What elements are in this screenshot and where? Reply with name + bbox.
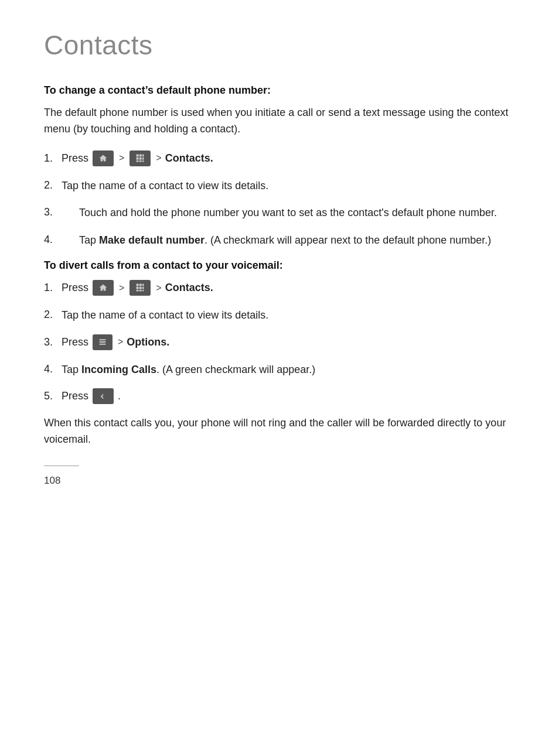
step-content: Tap the name of a contact to view its de… [62, 307, 515, 324]
step-text-dot: . [118, 388, 121, 405]
step-content: Touch and hold the phone number you want… [62, 204, 515, 221]
step-content: Tap Incoming Calls. (A green checkmark w… [62, 361, 515, 378]
step-content: Press > > Contacts. [62, 280, 515, 296]
home-icon-placeholder [91, 280, 115, 296]
step-number: 1. [44, 280, 62, 296]
page-divider [44, 466, 79, 466]
step-number: 3. [44, 334, 62, 351]
home-icon-placeholder [91, 150, 115, 167]
svg-rect-10 [139, 284, 142, 286]
step-text-press: Press [62, 388, 88, 405]
step-content: Press > Options. [62, 334, 515, 351]
step-content: Press . [62, 388, 515, 405]
section2-step3: 3. Press > Options. [44, 334, 515, 351]
step-number: 4. [44, 232, 62, 248]
svg-rect-2 [142, 155, 144, 157]
step-content: Tap the name of a contact to view its de… [62, 177, 515, 194]
section1-step2: 2. Tap the name of a contact to view its… [44, 177, 515, 194]
home-button-icon [93, 150, 114, 166]
svg-rect-14 [142, 287, 144, 289]
svg-rect-6 [137, 160, 139, 162]
back-icon-placeholder [91, 388, 115, 405]
step-text-options: Options. [127, 334, 169, 351]
section2-heading: To divert calls from a contact to your v… [44, 259, 515, 272]
step-text: Tap Incoming Calls. (A green checkmark w… [62, 364, 315, 375]
step-text: Tap the name of a contact to view its de… [62, 309, 268, 321]
step-number: 4. [44, 361, 62, 378]
step-text-contacts: Contacts. [165, 150, 213, 167]
svg-rect-12 [137, 287, 139, 289]
svg-rect-0 [137, 155, 139, 157]
apps-button-icon [129, 150, 151, 166]
apps-button-icon [129, 280, 151, 296]
chevron-icon: > [118, 335, 123, 350]
step-content: Tap Make default number. (A checkmark wi… [62, 232, 515, 249]
step-text-press: Press [62, 280, 88, 296]
svg-rect-8 [142, 160, 144, 162]
svg-rect-1 [139, 155, 142, 157]
svg-rect-13 [139, 287, 142, 289]
step-text: Tap the name of a contact to view its de… [62, 180, 268, 191]
step-number: 5. [44, 388, 62, 405]
menu-icon-placeholder [91, 334, 114, 351]
svg-rect-19 [100, 341, 106, 343]
svg-rect-4 [139, 158, 142, 160]
svg-rect-5 [142, 158, 144, 160]
svg-rect-16 [139, 290, 142, 291]
svg-rect-3 [137, 158, 139, 160]
chevron-icon: > [119, 151, 124, 166]
section1-step1: 1. Press > > Contacts. [44, 150, 515, 167]
page-number: 108 [44, 475, 60, 486]
section2-footer: When this contact calls you, your phone … [44, 415, 515, 448]
section1-step3: 3. Touch and hold the phone number you w… [44, 204, 515, 221]
chevron-icon: > [156, 151, 161, 166]
step-number: 3. [44, 204, 62, 221]
section1-intro: The default phone number is used when yo… [44, 105, 515, 138]
svg-rect-20 [100, 344, 106, 345]
step-number: 1. [44, 150, 62, 167]
svg-rect-18 [100, 339, 106, 340]
back-button-icon [93, 388, 114, 404]
step-text-press: Press [62, 334, 88, 351]
section1-step4: 4. Tap Make default number. (A checkmark… [44, 232, 515, 249]
step-text-contacts: Contacts. [165, 280, 213, 296]
section1-heading: To change a contact’s default phone numb… [44, 84, 515, 97]
section2-step5: 5. Press . [44, 388, 515, 405]
svg-rect-17 [142, 290, 144, 291]
home-button-icon [93, 280, 114, 296]
step-text: Touch and hold the phone number you want… [79, 207, 497, 218]
step-number: 2. [44, 177, 62, 194]
grid-icon-placeholder [128, 150, 152, 167]
step-content: Press > > Contacts. [62, 150, 515, 167]
svg-rect-7 [139, 160, 142, 162]
section2-step2: 2. Tap the name of a contact to view its… [44, 307, 515, 324]
svg-rect-15 [137, 290, 139, 291]
step-text-press: Press [62, 150, 88, 167]
step-number: 2. [44, 307, 62, 323]
section2-step4: 4. Tap Incoming Calls. (A green checkmar… [44, 361, 515, 378]
chevron-icon: > [119, 281, 124, 296]
chevron-icon: > [156, 281, 161, 296]
page-title: Contacts [44, 29, 515, 61]
svg-rect-9 [137, 284, 139, 286]
grid-icon-placeholder [128, 280, 152, 296]
step-text: Tap Make default number. (A checkmark wi… [79, 234, 491, 246]
menu-button-icon [93, 334, 113, 350]
section2-step1: 1. Press > > Contacts. [44, 280, 515, 296]
svg-rect-11 [142, 284, 144, 286]
